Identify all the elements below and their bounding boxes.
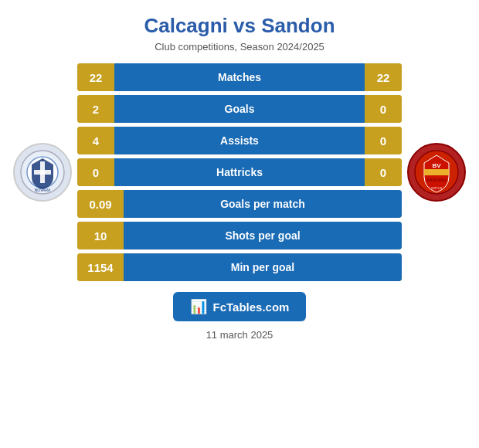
goals-right-value: 0 [365,95,402,123]
stat-row-goals: 2 Goals 0 [77,95,402,123]
min-per-goal-value: 1154 [77,253,124,281]
svg-text:NOVARA: NOVARA [35,188,51,192]
chart-icon: 📊 [190,298,207,315]
svg-rect-3 [34,170,51,175]
min-per-goal-label: Min per goal [124,253,402,281]
novara-logo-svg: NOVARA [19,149,66,195]
assists-label: Assists [114,127,365,154]
shots-per-goal-value: 10 [77,222,124,249]
team-logo-right: BV BASSANO VIRTUS [402,143,471,202]
hattricks-right-value: 0 [365,158,402,186]
matches-right-value: 22 [365,63,402,91]
right-team-emblem: BV BASSANO VIRTUS [407,143,466,202]
goals-per-match-value: 0.09 [77,190,124,218]
left-team-emblem: NOVARA [13,143,72,202]
stat-row-matches: 22 Matches 22 [77,63,402,91]
matches-label: Matches [114,63,365,91]
main-content: NOVARA 22 Matches 22 2 Goals 0 4 Assists [8,63,471,281]
svg-text:VIRTUS: VIRTUS [431,186,443,190]
shots-per-goal-label: Shots per goal [124,222,402,249]
footer-date: 11 march 2025 [206,329,273,341]
page-wrapper: Calcagni vs Sandon Club competitions, Se… [0,0,479,448]
svg-rect-6 [424,169,449,175]
fctables-label: FcTables.com [213,300,290,314]
fctables-banner[interactable]: 📊 FcTables.com [173,292,307,321]
assists-right-value: 0 [365,127,402,154]
stat-row-hattricks: 0 Hattricks 0 [77,158,402,186]
stat-row-goals-per-match: 0.09 Goals per match [77,190,402,218]
goals-label: Goals [114,95,365,123]
matches-left-value: 22 [77,63,114,91]
svg-text:BASSANO: BASSANO [426,178,446,182]
team-logo-left: NOVARA [8,143,77,202]
stats-section: 22 Matches 22 2 Goals 0 4 Assists 0 0 Ha… [77,63,402,281]
goals-left-value: 2 [77,95,114,123]
stat-row-assists: 4 Assists 0 [77,127,402,154]
bassano-logo-svg: BV BASSANO VIRTUS [413,149,460,195]
goals-per-match-label: Goals per match [124,190,402,218]
assists-left-value: 4 [77,127,114,154]
stat-row-min-per-goal: 1154 Min per goal [77,253,402,281]
page-title: Calcagni vs Sandon [144,14,335,38]
stat-row-shots-per-goal: 10 Shots per goal [77,222,402,249]
page-subtitle: Club competitions, Season 2024/2025 [155,41,324,53]
hattricks-label: Hattricks [114,158,365,186]
svg-text:BV: BV [432,162,441,169]
hattricks-left-value: 0 [77,158,114,186]
